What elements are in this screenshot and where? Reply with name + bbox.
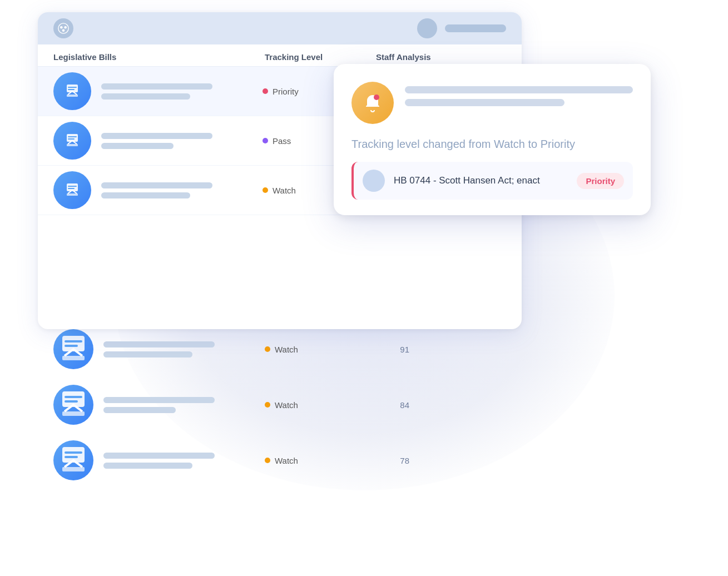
bill-icon xyxy=(53,72,91,110)
bill-subtitle-line xyxy=(103,463,192,469)
svg-rect-13 xyxy=(68,186,77,187)
bill-icon xyxy=(53,171,91,209)
bill-title-line xyxy=(101,133,212,139)
bill-icon xyxy=(53,385,93,425)
table-row[interactable]: Watch 78 xyxy=(38,434,522,487)
bill-text xyxy=(101,182,263,198)
bill-subtitle-line xyxy=(101,143,174,149)
svg-rect-28 xyxy=(62,467,85,471)
tracking-dot xyxy=(265,458,270,463)
bill-icon xyxy=(53,122,91,160)
svg-rect-19 xyxy=(65,345,78,347)
svg-point-0 xyxy=(58,23,68,33)
col-header-tracking: Tracking Level xyxy=(265,52,376,62)
popup-bill-avatar xyxy=(363,170,385,192)
bill-text xyxy=(103,453,265,469)
tracking-dot xyxy=(265,402,270,408)
tracking-level-cell: Watch xyxy=(265,456,376,465)
tracking-dot xyxy=(263,88,268,94)
tracking-label: Watch xyxy=(273,186,296,195)
bill-subtitle-line xyxy=(103,407,176,413)
bill-subtitle-line xyxy=(101,93,190,100)
bell-icon-circle xyxy=(351,82,394,124)
bill-title-line xyxy=(101,182,212,188)
svg-rect-14 xyxy=(68,188,75,189)
svg-rect-7 xyxy=(67,95,78,97)
svg-rect-9 xyxy=(68,136,77,137)
notification-popup: Tracking level changed from Watch to Pri… xyxy=(334,64,651,215)
tracking-label: Pass xyxy=(273,136,291,146)
popup-line-2 xyxy=(405,99,564,106)
svg-point-16 xyxy=(374,95,379,100)
svg-rect-20 xyxy=(62,356,85,360)
tracking-label: Watch xyxy=(275,345,298,354)
staff-score: 84 xyxy=(376,400,409,410)
bill-text xyxy=(103,341,265,357)
bill-text xyxy=(103,397,265,413)
svg-rect-23 xyxy=(65,400,78,403)
bill-title-line xyxy=(103,397,215,403)
svg-rect-27 xyxy=(65,456,78,458)
tracking-dot xyxy=(263,187,268,193)
bill-subtitle-line xyxy=(101,192,190,198)
user-avatar xyxy=(417,18,437,38)
svg-rect-24 xyxy=(62,411,85,416)
tracking-label: Watch xyxy=(275,456,298,465)
lower-table-rows: Watch 91 Watch 84 xyxy=(38,322,522,489)
tracking-dot xyxy=(263,138,268,143)
staff-score: 78 xyxy=(376,456,409,465)
tracking-level-cell: Watch xyxy=(265,345,376,354)
svg-rect-6 xyxy=(68,89,75,90)
popup-line-1 xyxy=(405,86,633,93)
svg-rect-15 xyxy=(67,193,78,196)
svg-point-2 xyxy=(64,26,67,29)
bill-icon xyxy=(53,440,93,480)
table-row[interactable]: Watch 84 xyxy=(38,378,522,431)
bill-text xyxy=(101,83,263,100)
popup-bill-title: HB 0744 - Scott Hansen Act; enact xyxy=(394,175,568,186)
bill-subtitle-line xyxy=(103,351,192,357)
popup-text-placeholder xyxy=(405,82,633,106)
bill-icon xyxy=(53,329,93,369)
table-column-headers: Legislative Bills Tracking Level Staff A… xyxy=(38,44,522,67)
app-logo xyxy=(53,18,73,38)
svg-rect-11 xyxy=(67,144,78,146)
svg-point-1 xyxy=(60,26,63,29)
svg-rect-5 xyxy=(68,87,77,88)
staff-score: 91 xyxy=(376,345,409,354)
popup-bill-row[interactable]: HB 0744 - Scott Hansen Act; enact Priori… xyxy=(351,162,633,200)
tracking-label: Watch xyxy=(275,400,298,410)
popup-header xyxy=(351,82,633,124)
priority-badge: Priority xyxy=(577,173,624,189)
col-header-staff: Staff Analysis xyxy=(376,52,431,62)
bill-text xyxy=(101,133,263,149)
col-header-bills: Legislative Bills xyxy=(53,52,265,62)
user-name-placeholder xyxy=(445,24,506,32)
tracking-level-cell: Watch xyxy=(265,400,376,410)
app-header xyxy=(38,12,522,44)
svg-rect-18 xyxy=(65,340,82,342)
tracking-dot xyxy=(265,346,270,352)
bill-title-line xyxy=(103,341,215,347)
svg-rect-22 xyxy=(65,396,82,398)
svg-point-3 xyxy=(62,29,65,32)
svg-rect-10 xyxy=(68,138,75,140)
bill-title-line xyxy=(103,453,215,459)
popup-message: Tracking level changed from Watch to Pri… xyxy=(351,136,633,152)
table-row[interactable]: Watch 91 xyxy=(38,322,522,376)
svg-rect-26 xyxy=(65,451,82,454)
tracking-label: Priority xyxy=(273,87,299,96)
bill-title-line xyxy=(101,83,212,90)
